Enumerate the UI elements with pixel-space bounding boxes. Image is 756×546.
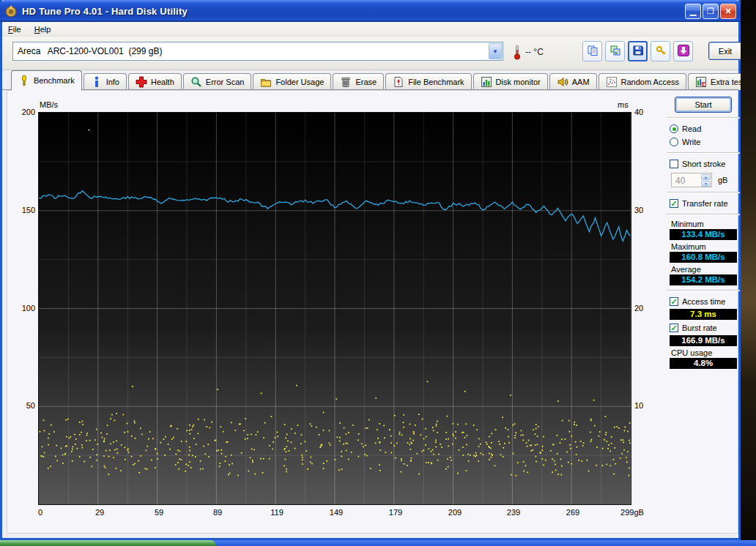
chevron-down-icon[interactable]: ▼: [489, 43, 502, 59]
x-axis-tick: 239: [497, 508, 530, 517]
drive-selector-value: Areca ARC-1200-VOL001 (299 gB): [18, 46, 489, 56]
extra-tests-icon: [695, 76, 707, 88]
random-access-icon: [606, 76, 618, 88]
x-axis-tick: 59: [142, 508, 176, 517]
menu-item-help[interactable]: Help: [34, 25, 51, 34]
x-axis-tick: 149: [319, 508, 353, 517]
copy-image-button[interactable]: [605, 41, 625, 61]
burst-rate-checkbox[interactable]: ✓ Burst rate: [670, 322, 740, 334]
copy-button[interactable]: [582, 41, 602, 61]
desktop: HD Tune Pro 4.01 - Hard Disk Utility ▁ ❐…: [0, 0, 756, 546]
right-axis-tick: 20: [634, 304, 643, 313]
thermometer-icon: [513, 44, 522, 60]
average-label: Average: [671, 265, 740, 274]
taskbar[interactable]: [0, 540, 756, 546]
update-button[interactable]: [673, 41, 693, 61]
restore-button[interactable]: ❐: [703, 4, 719, 19]
update-icon: [678, 45, 689, 58]
maximum-label: Maximum: [671, 242, 740, 251]
taskbar-start-edge[interactable]: [0, 540, 216, 546]
tab-error-scan[interactable]: Error Scan: [183, 73, 252, 90]
benchmark-icon: [18, 75, 30, 86]
right-axis-unit: ms: [618, 100, 629, 109]
erase-icon: [340, 76, 352, 88]
access-time-value: 7.3 ms: [670, 309, 737, 320]
x-axis-tick: 89: [201, 508, 234, 517]
benchmark-chart: [38, 112, 631, 505]
left-axis-unit: MB/s: [40, 100, 58, 109]
divider: [667, 192, 740, 193]
health-icon: [136, 76, 147, 88]
short-stroke-checkbox[interactable]: Short stroke: [670, 158, 740, 170]
benchmark-page: MB/s ms 20015010050 40302010 02959891191…: [7, 90, 738, 534]
tab-disk-monitor[interactable]: Disk monitor: [473, 73, 548, 90]
left-axis-tick: 100: [13, 304, 35, 313]
x-axis-tick: 119: [260, 508, 294, 517]
benchmark-controls: Start Read Write Short stroke 4: [667, 94, 740, 371]
transfer-rate-checkbox[interactable]: ✓ Transfer rate: [670, 198, 740, 209]
cpu-usage-value: 4.8%: [670, 358, 737, 369]
toolbar-buttons: [582, 41, 693, 61]
exit-button[interactable]: Exit: [708, 42, 742, 60]
toolbar: Areca ARC-1200-VOL001 (299 gB) ▼ -- °C E…: [2, 37, 738, 70]
tab-aam[interactable]: AAM: [549, 73, 597, 90]
x-axis-tick: 209: [438, 508, 472, 517]
left-axis-tick: 150: [13, 206, 35, 214]
access-time-checkbox[interactable]: ✓ Access time: [670, 296, 740, 307]
divider: [667, 214, 740, 215]
right-axis-tick: 30: [634, 206, 643, 214]
tab-random-access[interactable]: Random Access: [598, 73, 686, 90]
desktop-background: [741, 0, 756, 546]
options-icon: [655, 45, 667, 58]
menu-item-file[interactable]: File: [8, 25, 21, 34]
tab-file-benchmark[interactable]: File Benchmark: [385, 73, 471, 90]
tab-benchmark[interactable]: Benchmark: [11, 70, 82, 90]
x-axis-tick: 269: [556, 508, 590, 517]
stepper-arrows[interactable]: ▲▼: [700, 173, 711, 187]
window-title: HD Tune Pro 4.01 - Hard Disk Utility: [22, 6, 685, 17]
minimum-label: Minimum: [671, 220, 740, 228]
drive-selector[interactable]: Areca ARC-1200-VOL001 (299 gB) ▼: [12, 42, 503, 61]
save-icon: [632, 45, 644, 58]
write-radio[interactable]: Write: [670, 136, 740, 148]
app-icon: [4, 4, 18, 18]
disk-monitor-icon: [481, 76, 492, 88]
start-button[interactable]: Start: [675, 97, 732, 113]
tab-erase[interactable]: Erase: [333, 73, 384, 90]
menu-bar: FileHelp: [2, 22, 738, 37]
divider: [667, 152, 740, 154]
x-axis-tick: 299gB: [615, 508, 649, 517]
tab-strip: BenchmarkInfoHealthError ScanFolder Usag…: [2, 70, 738, 90]
left-axis-tick: 50: [13, 401, 35, 410]
copy-image-icon: [609, 45, 621, 58]
aam-icon: [557, 76, 568, 88]
cpu-usage-label: CPU usage: [671, 348, 740, 357]
divider: [667, 117, 740, 119]
minimum-value: 133.4 MB/s: [670, 229, 737, 240]
options-button[interactable]: [651, 41, 670, 61]
file-benchmark-icon: [393, 76, 404, 88]
error-scan-icon: [190, 76, 202, 88]
right-axis-tick: 10: [634, 401, 643, 410]
minimize-button[interactable]: ▁: [685, 4, 701, 19]
copy-icon: [587, 45, 598, 58]
save-button[interactable]: [628, 41, 648, 61]
divider: [667, 290, 740, 291]
read-radio[interactable]: Read: [670, 123, 740, 135]
average-value: 154.2 MB/s: [670, 274, 737, 285]
short-stroke-unit: gB: [718, 176, 727, 184]
app-window: HD Tune Pro 4.01 - Hard Disk Utility ▁ ❐…: [0, 0, 741, 540]
temperature-readout: -- °C: [525, 47, 544, 57]
short-stroke-size-stepper[interactable]: 40 ▲▼: [671, 173, 712, 187]
tab-health[interactable]: Health: [128, 73, 182, 90]
tab-folder-usage[interactable]: Folder Usage: [253, 73, 331, 90]
x-axis-tick: 0: [23, 508, 57, 517]
radio-dot: [672, 127, 676, 131]
info-icon: [91, 76, 103, 88]
tab-info[interactable]: Info: [84, 73, 127, 90]
title-bar[interactable]: HD Tune Pro 4.01 - Hard Disk Utility ▁ ❐…: [0, 0, 741, 22]
x-axis-tick: 29: [83, 508, 116, 517]
close-button[interactable]: ✕: [720, 4, 736, 19]
folder-usage-icon: [260, 76, 272, 88]
maximum-value: 160.8 MB/s: [670, 252, 737, 263]
